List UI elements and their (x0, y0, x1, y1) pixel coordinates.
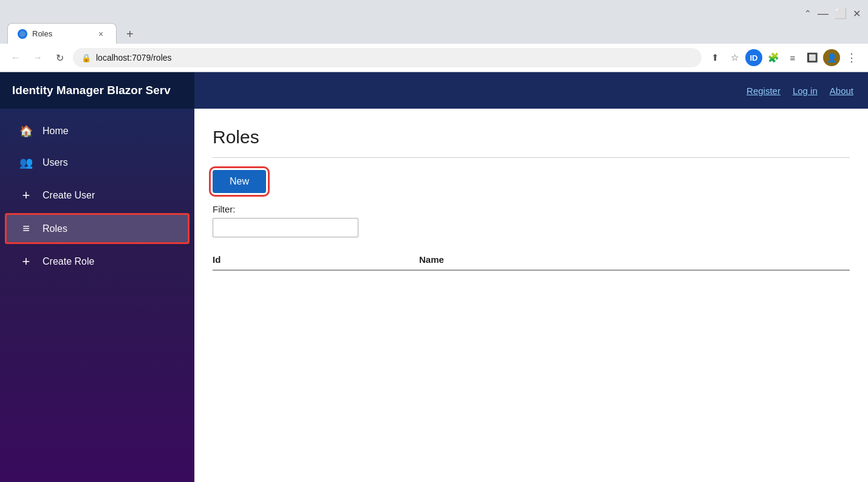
brand-name: Identity Manager Blazor Serv (12, 84, 171, 97)
app-nav-links: Register Log in About (747, 86, 853, 96)
column-header-name: Name (419, 254, 850, 265)
sidebar-nav: 🏠 Home 👥 Users + Create User ≡ Roles + C… (0, 109, 194, 482)
tab-bar: Roles × + (0, 23, 868, 44)
title-bar: ⌃ — ⬜ ✕ (0, 0, 868, 23)
page-title: Roles (213, 127, 850, 148)
sidebar-item-label: Roles (43, 223, 67, 234)
sidebar-item-label: Home (43, 126, 69, 137)
back-button[interactable]: ← (7, 49, 24, 66)
toolbar-icons: ⬆ ☆ ID 🧩 ≡ 🔲 👤 ⋮ (706, 49, 861, 67)
svg-point-0 (19, 31, 26, 37)
column-header-id: Id (213, 254, 419, 265)
minimize-button[interactable]: — (818, 8, 829, 19)
address-bar: ← → ↻ 🔒 localhost:7079/roles ⬆ ☆ ID 🧩 ≡ … (0, 44, 868, 72)
settings-icon[interactable]: ≡ (784, 49, 801, 66)
refresh-button[interactable]: ↻ (51, 49, 68, 66)
bookmark-icon[interactable]: ☆ (726, 49, 743, 66)
app-layout: Identity Manager Blazor Serv 🏠 Home 👥 Us… (0, 72, 868, 482)
sidebar-item-home[interactable]: 🏠 Home (5, 116, 190, 146)
tab-favicon (18, 29, 27, 39)
new-tab-button[interactable]: + (121, 25, 138, 44)
tab-title: Roles (32, 29, 91, 38)
roles-table: Id Name (213, 249, 850, 271)
main-wrapper: Register Log in About Roles New Filter: … (194, 72, 868, 482)
extension-icon[interactable]: ID (745, 49, 762, 66)
sidebar-item-label: Users (43, 157, 68, 168)
share-icon[interactable]: ⬆ (706, 49, 723, 66)
main-content: Roles New Filter: Id Name (194, 109, 868, 482)
about-link[interactable]: About (830, 86, 853, 96)
browser-chrome: ⌃ — ⬜ ✕ Roles × + ← → ↻ 🔒 localhost:7079… (0, 0, 868, 72)
restore-button[interactable]: ⬜ (835, 8, 847, 19)
sidebar-item-users[interactable]: 👥 Users (5, 148, 190, 178)
sidebar-header: Identity Manager Blazor Serv (0, 72, 194, 109)
url-text: localhost:7079/roles (96, 53, 693, 63)
user-avatar[interactable]: 👤 (823, 49, 840, 66)
sidebar: Identity Manager Blazor Serv 🏠 Home 👥 Us… (0, 72, 194, 482)
filter-input[interactable] (213, 218, 358, 237)
url-bar[interactable]: 🔒 localhost:7079/roles (73, 48, 702, 67)
sidebar-item-create-user[interactable]: + Create User (5, 179, 190, 212)
puzzle-icon[interactable]: 🧩 (765, 49, 782, 66)
lock-icon: 🔒 (81, 53, 91, 63)
plus-icon: + (19, 188, 33, 203)
sidebar-item-label: Create User (43, 190, 95, 201)
title-divider (213, 157, 850, 158)
filter-label: Filter: (213, 204, 850, 214)
list-icon: ≡ (19, 222, 33, 236)
sidebar-item-label: Create Role (43, 256, 94, 267)
active-tab[interactable]: Roles × (7, 23, 117, 44)
table-header: Id Name (213, 249, 850, 271)
login-link[interactable]: Log in (793, 86, 818, 96)
plus-icon: + (19, 254, 33, 270)
new-button-wrapper: New (213, 170, 850, 193)
home-icon: 🏠 (19, 124, 33, 138)
new-button[interactable]: New (213, 170, 266, 193)
menu-button[interactable]: ⋮ (842, 49, 861, 67)
sidebar-item-roles[interactable]: ≡ Roles (5, 213, 190, 244)
close-button[interactable]: ✕ (853, 8, 861, 19)
chevron-up-icon[interactable]: ⌃ (804, 8, 812, 18)
register-link[interactable]: Register (747, 86, 781, 96)
sidebar-item-create-role[interactable]: + Create Role (5, 245, 190, 278)
tab-close-button[interactable]: × (95, 29, 106, 39)
filter-section: Filter: (213, 204, 850, 237)
app-header: Register Log in About (194, 72, 868, 109)
window-controls: ⌃ — ⬜ ✕ (804, 8, 861, 19)
forward-button[interactable]: → (29, 49, 46, 66)
profile-icon[interactable]: 🔲 (804, 49, 821, 66)
users-icon: 👥 (19, 156, 33, 169)
